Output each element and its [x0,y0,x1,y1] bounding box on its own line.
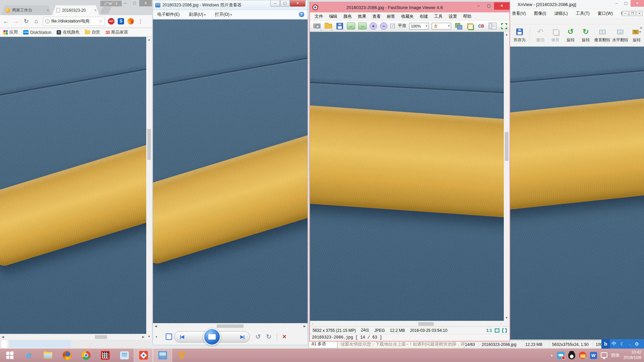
crop-icon[interactable] [466,22,474,30]
flip-horizontal-button[interactable]: → 水平翻转 [611,26,629,43]
mdi-restore-icon[interactable]: ❐ [629,11,636,16]
wpv-horizontal-scrollbar[interactable]: ◀ ▶ [153,323,308,328]
start-button[interactable] [0,349,19,362]
xn-menu-item[interactable]: 滤镜(L) [554,11,568,16]
slideshow-button[interactable] [203,328,221,346]
xn-menu-item[interactable]: 窗口(W) [598,11,613,16]
mdi-close-icon[interactable]: × [636,11,643,16]
scroll-thumb[interactable] [95,335,107,339]
previous-button[interactable]: |◀ [180,334,184,339]
tray-expand-icon[interactable]: ▲ [550,354,553,357]
adblock-extension-icon[interactable]: ABP [108,18,114,24]
chrome-horizontal-scrollbar[interactable]: ◀ ▶ [0,334,146,340]
wpv-minimize-button[interactable]: – [270,0,280,7]
rotate-ccw-button[interactable]: ↺ 旋转 [563,26,578,43]
chrome-vertical-scrollbar[interactable]: ▲ ▼ [146,37,152,340]
network-tray-icon[interactable] [601,352,607,358]
word-tray-icon[interactable]: W [590,352,597,359]
url-text[interactable]: file://diskstation/电商 [51,18,97,24]
scroll-thumb[interactable] [147,129,151,160]
moon-icon[interactable]: ☾ [618,341,627,347]
reload-icon[interactable]: ↻ [23,18,30,25]
xn-maximize-button[interactable]: ▢ [621,0,631,7]
fs-maximize-button[interactable]: ▢ [484,2,494,10]
fs-menu-item[interactable]: 设置 [446,14,460,19]
fs-menu-item[interactable]: 创建 [417,14,431,19]
scroll-down-icon[interactable]: ▼ [504,315,509,321]
previous-image-icon[interactable]: ← [347,22,355,29]
save-as-button[interactable]: 另存为 [512,26,527,43]
bookmark-star-icon[interactable]: ☆ [98,19,102,24]
zoom-in-icon[interactable]: + [370,22,377,30]
scroll-right-icon[interactable]: ▶ [141,334,146,340]
fs-menu-item[interactable]: 标签 [384,14,398,19]
tab-close-icon[interactable]: × [94,8,97,13]
wpv-maximize-button[interactable]: ▢ [280,0,290,7]
forward-icon[interactable]: → [13,18,19,25]
scroll-thumb[interactable] [217,324,244,328]
bookmark-diskstation[interactable]: DSM DiskStation [23,30,51,35]
clipboard-cb-icon[interactable]: CB [477,22,485,30]
xn-menu-item[interactable]: 查看(V) [512,11,526,16]
chrome-close-button[interactable]: × [139,0,152,6]
hand-tool-select[interactable]: ▾ [432,23,451,29]
fit-to-window-icon[interactable] [166,334,172,340]
chrome-tab-image[interactable]: 20160323-20 × [52,5,99,15]
fs-close-button[interactable]: × [494,2,509,10]
tab-close-icon[interactable]: × [47,8,49,13]
chrome-maximize-button[interactable]: ▢ [130,0,139,6]
taskbar-chrome[interactable] [76,349,96,362]
bing-ime-icon[interactable]: b [601,339,610,349]
fs-menu-item[interactable]: 收藏夹 [398,14,417,19]
taskbar-explorer[interactable] [38,349,57,362]
taskbar-photo-viewer[interactable] [153,349,172,362]
zoom-level-select[interactable]: 100% ▾ [409,23,429,29]
wpv-close-button[interactable]: × [290,0,306,7]
back-icon[interactable]: ← [3,18,9,25]
rotate-ccw-button[interactable]: ↺ [255,333,261,341]
scroll-right-icon[interactable]: › [498,321,504,327]
menu-email[interactable]: 电子邮件(E) [157,12,180,17]
taskbar-clock[interactable]: 10:42 2016/10/8 [624,350,641,360]
bookmark-online-color[interactable]: t 在线颜色 [57,29,79,35]
page-info-icon[interactable]: i [45,19,50,23]
bookmark-spin-home[interactable]: SS 斯品家居 [105,29,128,35]
menu-open[interactable]: 打开(O) [215,12,232,17]
foxmail-tray-icon[interactable] [579,352,586,359]
fs-horizontal-scrollbar[interactable]: ‹ › [310,321,504,326]
help-icon[interactable]: ? [299,12,304,17]
rotate-custom-button[interactable]: ↻ ▾ 旋转 [630,26,644,43]
bookmark-folder-ziying[interactable]: 自营 [85,29,100,35]
chrome-menu-icon[interactable]: ⋮ [138,18,143,24]
taskbar-ie[interactable]: e [19,349,38,362]
smooth-checkbox[interactable]: ✓ [390,24,395,28]
zoom-out-icon[interactable]: − [380,22,387,30]
save-icon[interactable] [335,22,344,30]
fs-menu-item[interactable]: 工具 [431,14,446,19]
taskbar-notes-app[interactable] [115,349,134,362]
chrome-tab-merchant[interactable]: 商家工作台 × [1,5,52,15]
scroll-left-icon[interactable]: ◀ [0,334,6,340]
fullscreen-icon[interactable] [500,22,508,30]
scroll-down-icon[interactable]: ▼ [146,334,152,340]
scroll-up-icon[interactable]: ▲ [146,37,152,43]
delete-button[interactable]: × [282,333,286,341]
frame-icon[interactable] [502,328,507,333]
fs-menu-item[interactable]: 编辑 [326,14,340,19]
browser-layout-icon[interactable] [488,22,497,30]
s-extension-icon[interactable]: S [118,18,124,24]
rotate-cw-button[interactable]: ↻ [266,333,271,341]
zoom-dropdown-icon[interactable]: ▾ [156,335,157,339]
fs-menu-item[interactable]: 文件 [312,14,326,19]
scroll-up-icon[interactable]: ▲ [504,32,509,38]
bookmark-apps[interactable]: 应用 [3,29,18,35]
scroll-thumb[interactable] [418,322,434,326]
pan-view-icon[interactable] [495,328,499,333]
swirl-extension-icon[interactable] [127,18,134,24]
taskbar-grid-app[interactable] [96,349,115,362]
taskbar-firefox[interactable] [57,349,76,362]
new-tab-button[interactable] [100,7,112,14]
menu-burn[interactable]: 刻录(U) [189,12,206,17]
home-icon[interactable]: ⌂ [33,18,40,25]
address-bar[interactable]: i file://diskstation/电商 ☆ [43,17,105,26]
